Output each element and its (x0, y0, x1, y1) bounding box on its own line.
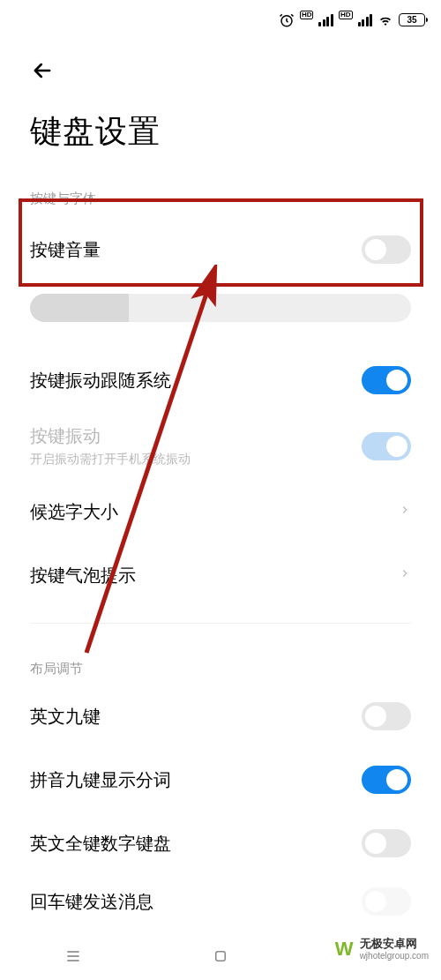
candidate-size-row[interactable]: 候选字大小 (30, 480, 411, 543)
divider (30, 623, 411, 624)
back-button[interactable] (30, 57, 56, 84)
status-bar: HD HD 35 (0, 0, 441, 40)
nav-home-icon[interactable] (203, 939, 238, 974)
pinyin-split-row[interactable]: 拼音九键显示分词 (30, 748, 411, 812)
pinyin-split-label: 拼音九键显示分词 (30, 768, 171, 792)
chevron-right-icon (399, 504, 411, 520)
hd-icon-2: HD (339, 11, 353, 19)
vibration-follow-row[interactable]: 按键振动跟随系统 (30, 348, 411, 412)
vibration-follow-label: 按键振动跟随系统 (30, 369, 171, 393)
section-header-layout: 布局调节 (30, 661, 411, 677)
svg-rect-5 (216, 951, 226, 961)
nav-menu-icon[interactable] (56, 939, 91, 974)
key-vibration-row: 按键振动 开启振动需打开手机系统振动 (30, 412, 411, 480)
watermark-url: wjhotelgroup.com (360, 951, 429, 961)
signal-icon-1 (318, 14, 333, 26)
key-volume-row[interactable]: 按键音量 (30, 214, 411, 285)
page-title: 键盘设置 (30, 110, 411, 153)
hd-icon-1: HD (300, 11, 314, 19)
wifi-icon (377, 12, 393, 28)
chevron-right-icon (399, 567, 411, 583)
english-nine-row[interactable]: 英文九键 (30, 685, 411, 748)
enter-send-label: 回车键发送消息 (30, 890, 153, 914)
enter-send-toggle[interactable] (362, 887, 411, 916)
battery-level: 35 (407, 15, 416, 25)
key-vibration-toggle (362, 432, 411, 460)
english-full-num-toggle[interactable] (362, 829, 411, 857)
english-nine-toggle[interactable] (362, 702, 411, 730)
watermark-title: 无极安卓网 (360, 938, 429, 950)
english-full-num-label: 英文全键数字键盘 (30, 832, 171, 856)
alarm-icon (279, 12, 295, 28)
signal-icon-2 (358, 14, 373, 26)
vibration-follow-toggle[interactable] (362, 366, 411, 394)
key-vibration-label: 按键振动 (30, 424, 191, 448)
key-vibration-sublabel: 开启振动需打开手机系统振动 (30, 452, 191, 468)
watermark-logo-icon: W (332, 938, 355, 961)
battery-icon: 35 (399, 13, 425, 26)
volume-slider[interactable] (30, 294, 411, 322)
bubble-hint-label: 按键气泡提示 (30, 564, 136, 587)
candidate-size-label: 候选字大小 (30, 500, 118, 524)
key-volume-toggle[interactable] (362, 236, 411, 264)
english-nine-label: 英文九键 (30, 705, 101, 729)
english-full-num-row[interactable]: 英文全键数字键盘 (30, 812, 411, 875)
section-header-keys: 按键与字体 (30, 191, 411, 207)
key-volume-label: 按键音量 (30, 238, 101, 262)
volume-slider-container (30, 285, 411, 348)
enter-send-row[interactable]: 回车键发送消息 (30, 875, 411, 916)
pinyin-split-toggle[interactable] (362, 766, 411, 794)
watermark: W 无极安卓网 wjhotelgroup.com (326, 934, 434, 964)
bubble-hint-row[interactable]: 按键气泡提示 (30, 543, 411, 607)
